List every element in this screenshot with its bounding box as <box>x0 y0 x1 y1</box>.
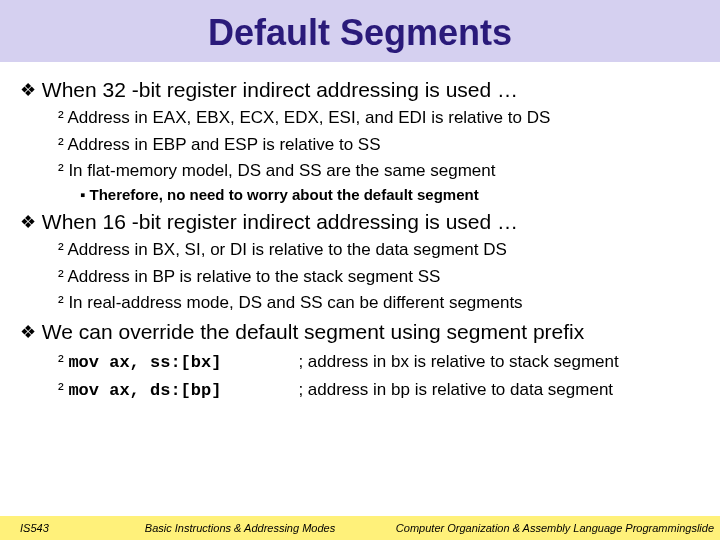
slide-title: Default Segments <box>0 12 720 54</box>
bullet-l2: ² Address in BX, SI, or DI is relative t… <box>58 240 700 260</box>
text: Address in EBP and ESP is relative to SS <box>67 135 380 154</box>
bullet-l2: ² In real-address mode, DS and SS can be… <box>58 293 700 313</box>
bullet-l2: ² Address in EBP and ESP is relative to … <box>58 135 700 155</box>
code-text: mov ax, ss:[bx] <box>68 353 298 372</box>
footer-right: Computer Organization & Assembly Languag… <box>340 522 720 534</box>
bullet-l2-code: ² mov ax, ss:[bx]; address in bx is rela… <box>58 352 700 372</box>
bullet-l2: ² In flat-memory model, DS and SS are th… <box>58 161 700 181</box>
text: Therefore, no need to worry about the de… <box>90 186 479 203</box>
footer-center: Basic Instructions & Addressing Modes <box>140 522 340 534</box>
text: Address in BX, SI, or DI is relative to … <box>67 240 506 259</box>
text: In real-address mode, DS and SS can be d… <box>68 293 522 312</box>
bullet-l3: ▪ Therefore, no need to worry about the … <box>80 186 700 204</box>
text: Address in EAX, EBX, ECX, EDX, ESI, and … <box>67 108 550 127</box>
text: Address in BP is relative to the stack s… <box>67 267 440 286</box>
code-comment: ; address in bx is relative to stack seg… <box>298 352 618 371</box>
footer-bar: IS543 Basic Instructions & Addressing Mo… <box>0 516 720 540</box>
bullet-l1: ❖ We can override the default segment us… <box>20 320 700 344</box>
slide-content: ❖ When 32 -bit register indirect address… <box>0 62 720 400</box>
bullet-l2-code: ² mov ax, ds:[bp]; address in bp is rela… <box>58 380 700 400</box>
text: In flat-memory model, DS and SS are the … <box>68 161 495 180</box>
title-bar: Default Segments <box>0 0 720 62</box>
bullet-l2: ² Address in EAX, EBX, ECX, EDX, ESI, an… <box>58 108 700 128</box>
bullet-l2: ² Address in BP is relative to the stack… <box>58 267 700 287</box>
code-text: mov ax, ds:[bp] <box>68 381 298 400</box>
bullet-l1: ❖ When 16 -bit register indirect address… <box>20 210 700 234</box>
text: When 16 -bit register indirect addressin… <box>42 210 518 233</box>
text: We can override the default segment usin… <box>42 320 584 343</box>
code-comment: ; address in bp is relative to data segm… <box>298 380 613 399</box>
bullet-l1: ❖ When 32 -bit register indirect address… <box>20 78 700 102</box>
footer-left: IS543 <box>0 522 140 534</box>
text: When 32 -bit register indirect addressin… <box>42 78 518 101</box>
